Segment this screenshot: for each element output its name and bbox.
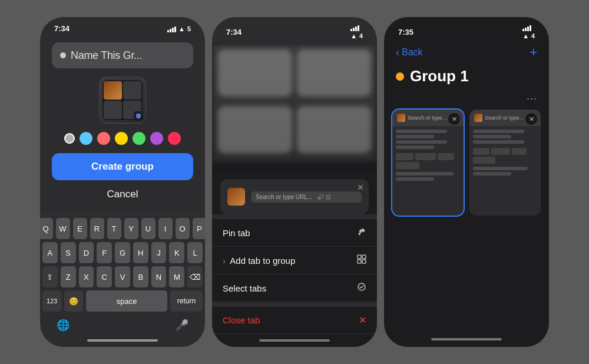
blurred-tab-2 — [297, 49, 371, 97]
mic-icon[interactable]: 🎤 — [176, 319, 188, 332]
back-chevron: ‹ — [396, 47, 399, 59]
key-c[interactable]: C — [97, 266, 112, 287]
close-tab-icon: ✕ — [359, 315, 366, 326]
keyboard: Q W E R T Y U I O P A S D F G H J K L — [40, 214, 205, 314]
signal-bars — [167, 25, 176, 32]
tab-card-2-favicon — [474, 114, 482, 122]
group-title-area: Group 1 — [384, 64, 549, 92]
key-emoji[interactable]: 😊 — [64, 290, 83, 312]
color-dot-blue[interactable] — [80, 132, 92, 145]
key-o[interactable]: O — [176, 218, 190, 239]
cancel-button[interactable]: Cancel — [107, 188, 138, 200]
home-bar-3 — [384, 332, 549, 347]
key-t[interactable]: T — [107, 218, 121, 239]
more-button[interactable]: ··· — [384, 92, 549, 110]
key-delete[interactable]: ⌫ — [187, 266, 203, 287]
key-space[interactable]: space — [86, 290, 167, 312]
menu-item-pin[interactable]: Pin tab — [212, 219, 377, 247]
color-dot-gray[interactable] — [64, 133, 75, 144]
thumb-cell-1 — [104, 81, 122, 100]
tab-card-1[interactable]: ✕ Search or type URL... 1 ⊡ — [392, 110, 464, 216]
key-row-2: A S D F G H J K L — [42, 242, 203, 263]
globe-icon[interactable]: 🌐 — [57, 319, 70, 332]
key-n[interactable]: N — [151, 266, 167, 287]
tab-favicon — [227, 188, 245, 206]
home-bar-line-3 — [431, 338, 502, 340]
color-dots — [64, 132, 181, 145]
key-j[interactable]: J — [151, 242, 167, 263]
tab-card-2-close[interactable]: ✕ — [525, 113, 537, 125]
key-m[interactable]: M — [169, 266, 184, 287]
back-label: Back — [402, 47, 423, 58]
menu-item-select[interactable]: Select tabs — [212, 274, 377, 302]
thumb-cell-3 — [104, 101, 122, 119]
key-shift[interactable]: ⇧ — [42, 266, 58, 287]
key-k[interactable]: K — [169, 242, 184, 263]
color-dot-green[interactable] — [133, 132, 145, 145]
more-icon: ··· — [527, 92, 537, 104]
add-button[interactable]: + — [530, 46, 537, 59]
back-button[interactable]: ‹ Back — [396, 47, 423, 59]
phone3-time: 7:35 — [398, 28, 413, 37]
key-i[interactable]: I — [158, 218, 173, 239]
color-dot-pink[interactable] — [168, 132, 181, 145]
tag-4 — [396, 162, 419, 169]
svg-rect-3 — [362, 260, 366, 263]
phone2-blurred-bg: Search or type URL... 🔊 ⊡ ✕ Pin tab — [212, 44, 377, 347]
tag-2-1 — [473, 148, 489, 155]
key-p[interactable]: P — [193, 218, 206, 239]
signal-bar-2-4 — [358, 25, 359, 31]
key-row-3: ⇧ Z X C V B N M ⌫ — [42, 266, 203, 287]
key-x[interactable]: X — [79, 266, 94, 287]
color-dot-purple[interactable] — [150, 132, 163, 145]
blurred-tabs — [212, 44, 377, 161]
tab-icon: 🔊 ⊡ — [317, 194, 330, 200]
tab-card-2[interactable]: ✕ Search or type URL... 1 ⊡ — [469, 110, 541, 216]
content-line-6 — [396, 177, 434, 181]
phone1-status-icons: ▲ 5 — [167, 25, 191, 32]
key-g[interactable]: G — [115, 242, 130, 263]
home-bar-line-2 — [259, 339, 330, 342]
color-dot-yellow[interactable] — [115, 132, 128, 145]
key-e[interactable]: E — [73, 218, 87, 239]
key-d[interactable]: D — [79, 242, 94, 263]
key-u[interactable]: U — [141, 218, 155, 239]
color-dot-red[interactable] — [97, 132, 110, 145]
phone1-content: Name This Gr... — [40, 37, 205, 214]
key-z[interactable]: Z — [61, 266, 76, 287]
phone2-time: 7:34 — [226, 28, 241, 37]
create-group-button[interactable]: Create group — [52, 153, 193, 180]
key-v[interactable]: V — [115, 266, 130, 287]
menu-item-close[interactable]: Close tab ✕ — [212, 307, 377, 334]
shield-badge — [134, 111, 143, 121]
key-b[interactable]: B — [133, 266, 148, 287]
wifi-icon-2: ▲ — [350, 32, 357, 39]
name-input-bar[interactable]: Name This Gr... — [52, 42, 193, 68]
key-y[interactable]: Y — [124, 218, 138, 239]
context-menu: Search or type URL... 🔊 ⊡ ✕ Pin tab — [212, 171, 377, 347]
key-f[interactable]: F — [97, 242, 112, 263]
screenshots-container: 7:34 ▲ 5 Name This Gr... — [0, 0, 589, 364]
key-l[interactable]: L — [187, 242, 203, 263]
content-line-2 — [396, 135, 434, 138]
key-a[interactable]: A — [42, 242, 58, 263]
key-return[interactable]: return — [170, 290, 203, 312]
tab-card-1-favicon — [397, 114, 405, 122]
name-input-text: Name This Gr... — [71, 49, 142, 62]
content-line-4 — [396, 145, 434, 149]
svg-rect-1 — [362, 255, 366, 259]
key-r[interactable]: R — [90, 218, 104, 239]
signal-bar-2-3 — [355, 27, 357, 31]
content-tags — [396, 153, 460, 169]
tab-close-x[interactable]: ✕ — [357, 183, 364, 192]
menu-item-add-to-group[interactable]: › Add tab to group — [212, 247, 377, 274]
content-line-1 — [396, 130, 447, 133]
key-w[interactable]: W — [56, 218, 70, 239]
key-num[interactable]: 123 — [42, 290, 61, 312]
key-q[interactable]: Q — [40, 218, 53, 239]
tab-url-bar: Search or type URL... 🔊 ⊡ — [251, 191, 362, 203]
key-h[interactable]: H — [133, 242, 148, 263]
tab-card-1-close[interactable]: ✕ — [448, 113, 460, 125]
key-s[interactable]: S — [61, 242, 76, 263]
phone2-status-bar: 7:34 ▲ 4 — [212, 17, 377, 44]
